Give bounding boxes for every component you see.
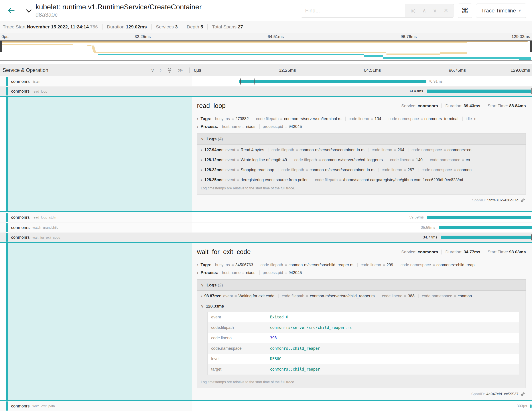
span-name-cell[interactable]: conmonrs read_loop [0, 87, 192, 96]
prev-match-icon[interactable]: ∧ [422, 7, 426, 14]
duration-label: Duration: [445, 103, 462, 108]
span-track[interactable]: 34.77ms [192, 233, 532, 242]
service-name: conmonrs [11, 404, 29, 409]
log-timestamp: 128.25ms: [204, 178, 224, 182]
span-row[interactable]: conmonrs watch_grandchild 35.58ms [0, 223, 532, 233]
time-tick-label: 129.02ms [509, 68, 530, 73]
summary-value: 129.02ms [126, 24, 147, 29]
field-value: 393 [270, 336, 277, 340]
log-entry[interactable]: › 93.87ms: eventWaiting for exit code co… [197, 291, 526, 301]
log-note: Log timestamps are relative to the start… [197, 378, 526, 388]
span-row[interactable]: conmonrs read_loop_stdin 39.69ms [0, 212, 532, 223]
column-title: Service & Operation [3, 67, 48, 73]
span-bar[interactable] [427, 90, 531, 93]
start-time-label: Start Time: [488, 250, 508, 254]
span-row[interactable]: conmonrs read_loop 39.43ms [0, 87, 532, 97]
time-tick-label: 129.02ms [512, 34, 530, 39]
span-bar[interactable] [441, 236, 531, 239]
copy-link-icon[interactable] [521, 198, 525, 203]
span-track[interactable]: 70.91ms [192, 76, 532, 86]
collapse-header-icon[interactable] [26, 9, 32, 14]
service-color-bar [6, 233, 8, 242]
log-chevron-icon: ∨ [201, 304, 204, 309]
detail-indent-column [0, 97, 192, 211]
log-kv: eventderegistering event source from pol… [225, 178, 308, 182]
log-entry[interactable]: › 127.94ms: eventRead 4 bytes code.filep… [197, 145, 526, 155]
span-track[interactable]: 35.58ms [192, 223, 532, 233]
process-kv: process.pid942045 [259, 270, 302, 275]
field-row: code.namespace conmonrs::child_reaper [208, 343, 519, 354]
service-label: Service: [401, 250, 417, 254]
span-title: read_loop [197, 102, 226, 109]
log-marker-tick [427, 78, 427, 84]
span-name-cell[interactable]: conmonrs wait_for_exit_code [0, 233, 192, 242]
tags-row[interactable]: › Tags: busy_ns34506763 code.filepathcon… [197, 260, 526, 268]
expand-one-icon[interactable]: › [160, 67, 162, 73]
log-chevron-icon: › [201, 178, 202, 182]
minimap-canvas [0, 41, 532, 60]
log-entry[interactable]: › 128.25ms: eventderegistering event sou… [197, 175, 526, 185]
process-row[interactable]: › Process: host.namenixos process.pid942… [197, 122, 526, 130]
log-entry[interactable]: › 128.12ms: eventWrote log line of lengt… [197, 155, 526, 165]
trace-id: d8a3a0c [36, 11, 202, 18]
span-id-row: SpanID: 5faf48165428c37a [197, 195, 526, 205]
span-name-cell[interactable]: conmonrs read_loop_stdin [0, 212, 192, 222]
arrow-left-icon [7, 6, 15, 15]
chevron-down-icon: ∨ [201, 137, 204, 141]
span-detail-panel: wait_for_exit_code Service: conmonrs Dur… [0, 243, 532, 401]
next-match-icon[interactable]: ∨ [433, 7, 437, 14]
field-row: code.lineno 393 [208, 333, 519, 343]
tags-label: Tags: [200, 116, 211, 121]
detail-body: wait_for_exit_code Service: conmonrs Dur… [192, 243, 532, 400]
log-chevron-icon: › [201, 148, 202, 152]
span-row[interactable]: conmonrs listen 70.91ms [0, 76, 532, 87]
field-key: code.filepath [211, 325, 270, 330]
summary-value: 3 [175, 24, 178, 29]
gridline [447, 76, 447, 86]
expand-all-icon[interactable]: ≫ [178, 67, 183, 73]
title-block: kubelet: runtime.v1.RuntimeService/Creat… [26, 3, 202, 19]
span-row[interactable]: conmonrs wait_for_exit_code 34.77ms [0, 233, 532, 243]
log-kv: eventStopping read loop [225, 168, 274, 172]
find-input[interactable] [301, 4, 405, 17]
log-entry[interactable]: › 128.22ms: eventStopping read loop code… [197, 165, 526, 175]
back-button[interactable] [0, 0, 22, 21]
service-color-bar [6, 87, 8, 96]
span-bar[interactable] [439, 226, 532, 229]
service-name: conmonrs [11, 79, 29, 84]
span-track[interactable]: 39.69ms [192, 212, 532, 222]
logs-section: ∨Logs (4) › 127.94ms: [197, 133, 526, 195]
keyboard-shortcuts-button[interactable]: ⌘ [458, 4, 472, 18]
span-bar[interactable] [530, 404, 532, 408]
collapse-one-icon[interactable]: ∨ [151, 67, 154, 73]
trace-minimap[interactable] [0, 40, 532, 61]
span-bar[interactable] [239, 80, 426, 83]
log-kv: code.namespaceconmon… [418, 168, 476, 172]
span-track[interactable]: 39.43ms [192, 87, 532, 96]
log-marker-tick [255, 78, 255, 84]
log-kv: code.filepath/home/sascha/.cargo/registr… [312, 178, 467, 182]
collapse-all-icon[interactable]: ≫ [166, 68, 172, 73]
detail-highlight-backdrop [8, 243, 192, 400]
span-name-cell[interactable]: conmonrs write_exit_path [0, 401, 192, 411]
span-bar[interactable] [427, 215, 531, 219]
log-marker-tick [425, 78, 425, 84]
log-timestamp: 128.22ms: [204, 168, 224, 172]
copy-link-icon[interactable] [521, 392, 525, 397]
span-row[interactable]: conmonrs write_exit_path 303μs [0, 401, 532, 411]
span-track[interactable]: 303μs [192, 401, 532, 411]
focus-match-icon[interactable]: ◎ [411, 7, 416, 14]
column-resizer[interactable] [190, 68, 191, 73]
service-color-bar [6, 97, 8, 211]
view-selector-button[interactable]: Trace Timeline ∨ [476, 4, 526, 18]
tags-row[interactable]: › Tags: busy_ns273882 code.filepathconmo… [197, 114, 526, 122]
clear-search-icon[interactable]: ✕ [444, 7, 448, 14]
log-entry[interactable]: ∨ 128.33ms [197, 301, 526, 378]
logs-header[interactable]: ∨Logs (4) [197, 133, 526, 145]
span-name-cell[interactable]: conmonrs watch_grandchild [0, 223, 192, 233]
logs-header[interactable]: ∨Logs (2) [197, 280, 526, 291]
summary-label: Depth [187, 24, 199, 29]
span-name-cell[interactable]: conmonrs listen [0, 76, 192, 86]
log-chevron-icon: › [201, 168, 202, 172]
process-row[interactable]: › Process: host.namenixos process.pid942… [197, 268, 526, 276]
